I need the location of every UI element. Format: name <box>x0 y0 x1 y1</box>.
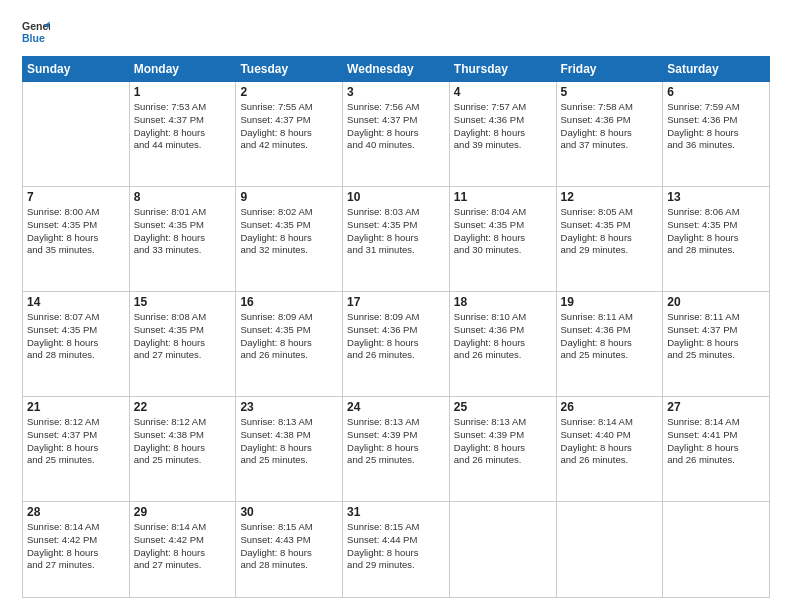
calendar-cell: 12Sunrise: 8:05 AM Sunset: 4:35 PM Dayli… <box>556 186 663 291</box>
calendar-week-4: 21Sunrise: 8:12 AM Sunset: 4:37 PM Dayli… <box>23 396 770 501</box>
calendar-cell: 19Sunrise: 8:11 AM Sunset: 4:36 PM Dayli… <box>556 291 663 396</box>
cell-info: Sunrise: 8:06 AM Sunset: 4:35 PM Dayligh… <box>667 206 765 257</box>
cell-info: Sunrise: 8:12 AM Sunset: 4:38 PM Dayligh… <box>134 416 232 467</box>
calendar-cell: 6Sunrise: 7:59 AM Sunset: 4:36 PM Daylig… <box>663 82 770 187</box>
calendar-week-2: 7Sunrise: 8:00 AM Sunset: 4:35 PM Daylig… <box>23 186 770 291</box>
calendar-cell: 31Sunrise: 8:15 AM Sunset: 4:44 PM Dayli… <box>343 501 450 597</box>
cell-info: Sunrise: 8:00 AM Sunset: 4:35 PM Dayligh… <box>27 206 125 257</box>
day-number: 30 <box>240 505 338 519</box>
calendar-cell <box>556 501 663 597</box>
day-number: 26 <box>561 400 659 414</box>
calendar-header-row: SundayMondayTuesdayWednesdayThursdayFrid… <box>23 57 770 82</box>
calendar-cell: 7Sunrise: 8:00 AM Sunset: 4:35 PM Daylig… <box>23 186 130 291</box>
logo: General Blue <box>22 18 50 46</box>
cell-info: Sunrise: 7:58 AM Sunset: 4:36 PM Dayligh… <box>561 101 659 152</box>
cell-info: Sunrise: 8:14 AM Sunset: 4:41 PM Dayligh… <box>667 416 765 467</box>
calendar-header-thursday: Thursday <box>449 57 556 82</box>
calendar: SundayMondayTuesdayWednesdayThursdayFrid… <box>22 56 770 598</box>
calendar-cell: 11Sunrise: 8:04 AM Sunset: 4:35 PM Dayli… <box>449 186 556 291</box>
day-number: 16 <box>240 295 338 309</box>
calendar-cell: 30Sunrise: 8:15 AM Sunset: 4:43 PM Dayli… <box>236 501 343 597</box>
day-number: 2 <box>240 85 338 99</box>
calendar-cell: 29Sunrise: 8:14 AM Sunset: 4:42 PM Dayli… <box>129 501 236 597</box>
day-number: 20 <box>667 295 765 309</box>
cell-info: Sunrise: 7:56 AM Sunset: 4:37 PM Dayligh… <box>347 101 445 152</box>
day-number: 21 <box>27 400 125 414</box>
calendar-cell: 2Sunrise: 7:55 AM Sunset: 4:37 PM Daylig… <box>236 82 343 187</box>
cell-info: Sunrise: 8:13 AM Sunset: 4:39 PM Dayligh… <box>454 416 552 467</box>
calendar-header-saturday: Saturday <box>663 57 770 82</box>
calendar-header-tuesday: Tuesday <box>236 57 343 82</box>
day-number: 12 <box>561 190 659 204</box>
day-number: 28 <box>27 505 125 519</box>
calendar-cell: 13Sunrise: 8:06 AM Sunset: 4:35 PM Dayli… <box>663 186 770 291</box>
calendar-cell: 9Sunrise: 8:02 AM Sunset: 4:35 PM Daylig… <box>236 186 343 291</box>
cell-info: Sunrise: 8:07 AM Sunset: 4:35 PM Dayligh… <box>27 311 125 362</box>
day-number: 7 <box>27 190 125 204</box>
cell-info: Sunrise: 8:12 AM Sunset: 4:37 PM Dayligh… <box>27 416 125 467</box>
calendar-cell: 16Sunrise: 8:09 AM Sunset: 4:35 PM Dayli… <box>236 291 343 396</box>
day-number: 5 <box>561 85 659 99</box>
cell-info: Sunrise: 7:55 AM Sunset: 4:37 PM Dayligh… <box>240 101 338 152</box>
day-number: 29 <box>134 505 232 519</box>
calendar-header-sunday: Sunday <box>23 57 130 82</box>
calendar-header-friday: Friday <box>556 57 663 82</box>
cell-info: Sunrise: 8:14 AM Sunset: 4:42 PM Dayligh… <box>134 521 232 572</box>
cell-info: Sunrise: 8:13 AM Sunset: 4:38 PM Dayligh… <box>240 416 338 467</box>
calendar-week-1: 1Sunrise: 7:53 AM Sunset: 4:37 PM Daylig… <box>23 82 770 187</box>
calendar-header-wednesday: Wednesday <box>343 57 450 82</box>
calendar-week-3: 14Sunrise: 8:07 AM Sunset: 4:35 PM Dayli… <box>23 291 770 396</box>
cell-info: Sunrise: 8:10 AM Sunset: 4:36 PM Dayligh… <box>454 311 552 362</box>
calendar-cell: 18Sunrise: 8:10 AM Sunset: 4:36 PM Dayli… <box>449 291 556 396</box>
day-number: 19 <box>561 295 659 309</box>
calendar-cell: 5Sunrise: 7:58 AM Sunset: 4:36 PM Daylig… <box>556 82 663 187</box>
page: General Blue SundayMondayTuesdayWednesda… <box>0 0 792 612</box>
cell-info: Sunrise: 8:03 AM Sunset: 4:35 PM Dayligh… <box>347 206 445 257</box>
calendar-week-5: 28Sunrise: 8:14 AM Sunset: 4:42 PM Dayli… <box>23 501 770 597</box>
day-number: 6 <box>667 85 765 99</box>
day-number: 13 <box>667 190 765 204</box>
cell-info: Sunrise: 8:02 AM Sunset: 4:35 PM Dayligh… <box>240 206 338 257</box>
day-number: 4 <box>454 85 552 99</box>
calendar-cell: 10Sunrise: 8:03 AM Sunset: 4:35 PM Dayli… <box>343 186 450 291</box>
day-number: 11 <box>454 190 552 204</box>
calendar-cell: 23Sunrise: 8:13 AM Sunset: 4:38 PM Dayli… <box>236 396 343 501</box>
cell-info: Sunrise: 8:14 AM Sunset: 4:42 PM Dayligh… <box>27 521 125 572</box>
calendar-cell: 24Sunrise: 8:13 AM Sunset: 4:39 PM Dayli… <box>343 396 450 501</box>
day-number: 15 <box>134 295 232 309</box>
cell-info: Sunrise: 8:08 AM Sunset: 4:35 PM Dayligh… <box>134 311 232 362</box>
day-number: 25 <box>454 400 552 414</box>
cell-info: Sunrise: 8:15 AM Sunset: 4:43 PM Dayligh… <box>240 521 338 572</box>
calendar-cell: 27Sunrise: 8:14 AM Sunset: 4:41 PM Dayli… <box>663 396 770 501</box>
calendar-cell: 15Sunrise: 8:08 AM Sunset: 4:35 PM Dayli… <box>129 291 236 396</box>
day-number: 24 <box>347 400 445 414</box>
cell-info: Sunrise: 7:59 AM Sunset: 4:36 PM Dayligh… <box>667 101 765 152</box>
calendar-cell: 1Sunrise: 7:53 AM Sunset: 4:37 PM Daylig… <box>129 82 236 187</box>
cell-info: Sunrise: 8:13 AM Sunset: 4:39 PM Dayligh… <box>347 416 445 467</box>
cell-info: Sunrise: 7:57 AM Sunset: 4:36 PM Dayligh… <box>454 101 552 152</box>
calendar-cell: 17Sunrise: 8:09 AM Sunset: 4:36 PM Dayli… <box>343 291 450 396</box>
calendar-cell: 26Sunrise: 8:14 AM Sunset: 4:40 PM Dayli… <box>556 396 663 501</box>
day-number: 23 <box>240 400 338 414</box>
calendar-cell: 22Sunrise: 8:12 AM Sunset: 4:38 PM Dayli… <box>129 396 236 501</box>
cell-info: Sunrise: 8:14 AM Sunset: 4:40 PM Dayligh… <box>561 416 659 467</box>
calendar-cell: 25Sunrise: 8:13 AM Sunset: 4:39 PM Dayli… <box>449 396 556 501</box>
cell-info: Sunrise: 8:05 AM Sunset: 4:35 PM Dayligh… <box>561 206 659 257</box>
day-number: 31 <box>347 505 445 519</box>
calendar-header-monday: Monday <box>129 57 236 82</box>
day-number: 17 <box>347 295 445 309</box>
day-number: 3 <box>347 85 445 99</box>
day-number: 9 <box>240 190 338 204</box>
calendar-cell: 8Sunrise: 8:01 AM Sunset: 4:35 PM Daylig… <box>129 186 236 291</box>
calendar-cell: 21Sunrise: 8:12 AM Sunset: 4:37 PM Dayli… <box>23 396 130 501</box>
calendar-cell <box>23 82 130 187</box>
cell-info: Sunrise: 8:11 AM Sunset: 4:36 PM Dayligh… <box>561 311 659 362</box>
cell-info: Sunrise: 8:04 AM Sunset: 4:35 PM Dayligh… <box>454 206 552 257</box>
calendar-cell: 4Sunrise: 7:57 AM Sunset: 4:36 PM Daylig… <box>449 82 556 187</box>
calendar-body: 1Sunrise: 7:53 AM Sunset: 4:37 PM Daylig… <box>23 82 770 598</box>
cell-info: Sunrise: 7:53 AM Sunset: 4:37 PM Dayligh… <box>134 101 232 152</box>
day-number: 1 <box>134 85 232 99</box>
day-number: 18 <box>454 295 552 309</box>
calendar-cell: 28Sunrise: 8:14 AM Sunset: 4:42 PM Dayli… <box>23 501 130 597</box>
calendar-cell <box>663 501 770 597</box>
